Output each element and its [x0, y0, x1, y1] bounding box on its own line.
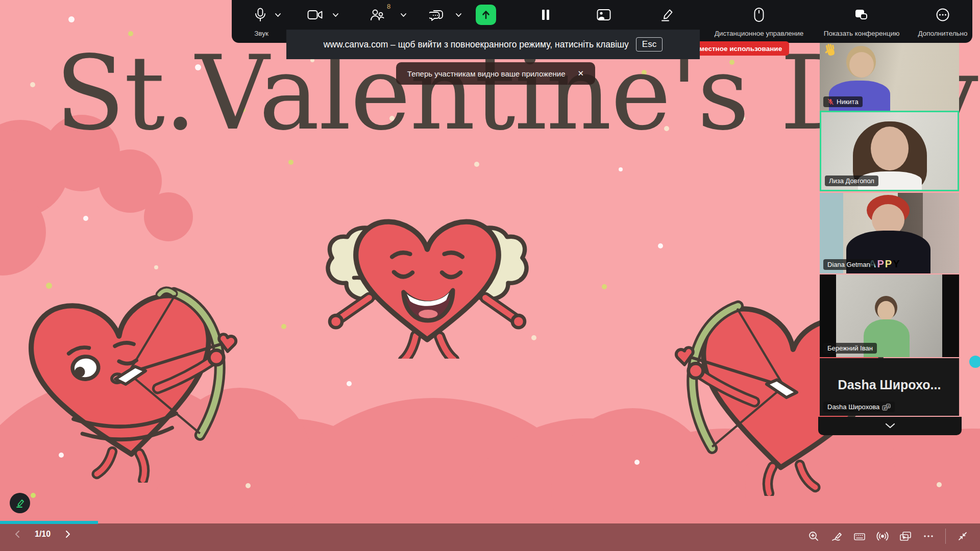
presentation-controls [807, 529, 969, 544]
screen: St.Valentine's Day [0, 0, 980, 551]
participant-tile-nikita[interactable]: Никита [820, 41, 959, 111]
winged-heart-illustration [323, 197, 532, 361]
confetti-dot [634, 460, 640, 465]
slide-progress-bar [0, 521, 98, 524]
exit-fullscreen-icon[interactable] [957, 530, 969, 542]
participant-display-name: Dasha Широхо... [820, 378, 959, 392]
share-screen-button[interactable] [476, 5, 496, 25]
participants-menu-chevron[interactable] [400, 11, 407, 18]
esc-key: Esc [636, 37, 663, 52]
participant-name: Бережний Іван [827, 344, 873, 352]
confetti-dot [474, 162, 479, 167]
avatar [877, 301, 895, 320]
participant-tile-liza[interactable]: Лиза Довгопол [820, 111, 959, 191]
fullscreen-exit-text: www.canva.com – щоб вийти з повноекранно… [324, 39, 629, 50]
participant-name-pill: Diana Getman [823, 259, 874, 270]
confetti-dot [30, 82, 35, 87]
collapse-panel-button[interactable] [818, 417, 962, 435]
confetti-dot [31, 493, 36, 498]
chevron-down-icon [885, 423, 896, 429]
keyboard-icon[interactable] [853, 530, 866, 542]
away-snooze-icon: z z [882, 404, 891, 411]
confetti-dot [83, 216, 88, 221]
controls-divider [945, 529, 946, 544]
microphone-button[interactable] [252, 6, 269, 23]
camera-menu-chevron[interactable] [332, 11, 339, 18]
participants-count-badge: 8 [387, 3, 390, 10]
confetti-dot [154, 265, 158, 269]
participant-name: Diana Getman [827, 261, 870, 268]
raised-hand-icon [821, 41, 840, 60]
svg-text:z: z [888, 405, 889, 408]
canva-draw-button[interactable] [10, 493, 30, 513]
confetti-dot [619, 167, 623, 171]
confetti-dot [281, 324, 286, 329]
show-meeting-label: Показать конференцию [824, 30, 900, 37]
participant-tile-dasha[interactable]: Dasha Широхо... Dasha Широхова z z [820, 358, 959, 416]
previous-slide-button[interactable] [12, 529, 23, 540]
pause-share-button[interactable] [537, 6, 554, 23]
more-label: Дополнительно [918, 30, 967, 37]
chat-menu-chevron[interactable] [455, 11, 462, 18]
video-panel-button[interactable] [595, 6, 612, 23]
annotate-button[interactable] [658, 6, 676, 23]
more-button[interactable] [934, 6, 951, 23]
confetti-dot [531, 335, 536, 340]
confetti-dot [347, 381, 352, 386]
remote-cursor-dot [969, 356, 980, 368]
participant-name: Лиза Довгопол [829, 177, 874, 185]
more-options-icon[interactable] [922, 530, 935, 542]
cupid-heart-left-illustration [28, 276, 253, 485]
toast-text: Теперь участникам видно ваше приложение [407, 69, 566, 78]
svg-text:z: z [884, 406, 886, 410]
participant-tile-diana[interactable]: APPY Diana Getman [820, 193, 959, 273]
participant-name: Никита [837, 98, 859, 106]
broadcast-icon[interactable] [876, 530, 889, 542]
remote-control-label: Дистанционное управление [715, 30, 804, 37]
confetti-dot [602, 284, 607, 289]
participant-tile-ivan[interactable]: Бережний Іван [820, 274, 959, 357]
marker-pen-icon[interactable] [830, 530, 843, 542]
next-slide-button[interactable] [62, 529, 73, 540]
microphone-menu-chevron[interactable] [275, 11, 282, 18]
confetti-dot [288, 160, 293, 165]
camera-button[interactable] [306, 6, 324, 23]
participant-name-pill: Бережний Іван [823, 343, 877, 354]
participant-name-pill: Никита [823, 96, 863, 107]
participant-name: Dasha Широхова [827, 403, 879, 411]
audio-label: Звук [254, 30, 268, 37]
participant-name-pill: Лиза Довгопол [825, 176, 878, 186]
sharing-indicator-text: вместное использование [695, 45, 782, 53]
toast-close-icon[interactable]: ✕ [578, 69, 584, 78]
mini-player-icon[interactable] [899, 530, 912, 542]
sharing-indicator-badge[interactable]: вместное использование [690, 41, 789, 56]
confetti-dot [658, 243, 663, 248]
cloud-shape [144, 192, 193, 241]
page-indicator: 1/10 [35, 530, 51, 539]
confetti-dot [68, 16, 75, 22]
chat-button[interactable] [428, 6, 445, 23]
app-visible-toast: Теперь участникам видно ваше приложение … [396, 62, 595, 85]
avatar [849, 52, 874, 78]
remote-control-button[interactable] [750, 6, 768, 23]
fullscreen-exit-notice: www.canva.com – щоб вийти з повноекранно… [286, 30, 700, 59]
confetti-dot [937, 482, 942, 487]
zoom-in-icon[interactable] [807, 530, 820, 542]
show-meeting-button[interactable] [853, 6, 870, 23]
participants-button[interactable] [369, 6, 386, 23]
mic-muted-icon [827, 98, 834, 105]
avatar [871, 127, 909, 170]
participant-name-pill: Dasha Широхова z z [823, 402, 895, 412]
slide-pager: 1/10 [12, 529, 73, 540]
